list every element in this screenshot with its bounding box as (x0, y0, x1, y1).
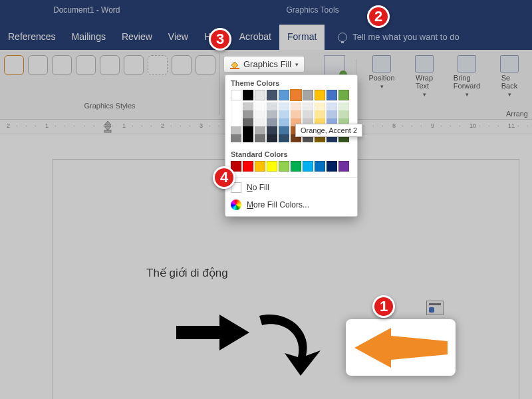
color-swatch[interactable] (338, 110, 349, 118)
graphics-styles-group: Graphics Styles (0, 50, 219, 119)
color-swatch[interactable] (338, 102, 349, 110)
color-swatch[interactable] (255, 118, 265, 126)
color-swatch[interactable] (267, 161, 277, 172)
color-swatch[interactable] (255, 134, 265, 142)
no-fill-item[interactable]: No Fill (225, 179, 357, 196)
tell-me-search[interactable]: Tell me what you want to do (338, 32, 459, 50)
color-swatch[interactable] (279, 102, 289, 110)
style-thumb[interactable] (4, 55, 24, 75)
color-swatch[interactable] (231, 134, 241, 142)
color-swatch[interactable] (267, 102, 277, 110)
tab-format[interactable]: Format (279, 25, 325, 50)
step-badge-4: 4 (213, 166, 235, 189)
color-swatch[interactable] (255, 102, 265, 110)
color-swatch[interactable] (327, 90, 337, 100)
color-swatch[interactable] (291, 110, 301, 118)
color-swatch[interactable] (255, 110, 265, 118)
layout-options-icon[interactable] (426, 301, 444, 315)
color-swatch[interactable] (303, 110, 313, 118)
ruler-tick: 2 (7, 122, 10, 129)
color-swatch[interactable] (255, 161, 265, 172)
color-swatch[interactable] (303, 161, 313, 172)
color-swatch[interactable] (267, 134, 277, 142)
color-swatch[interactable] (327, 110, 337, 118)
color-swatch[interactable] (267, 110, 277, 118)
position-label: Position (368, 74, 394, 82)
style-thumb[interactable] (148, 55, 168, 75)
ruler-tick: 1 (122, 122, 126, 129)
style-thumb[interactable] (76, 55, 96, 75)
ruler-tick: 1 (45, 122, 49, 129)
color-swatch[interactable] (255, 126, 265, 134)
style-thumb[interactable] (196, 55, 215, 75)
color-swatch[interactable] (267, 118, 277, 126)
color-swatch[interactable] (279, 134, 289, 142)
color-swatch[interactable] (303, 102, 313, 110)
color-swatch[interactable] (279, 126, 289, 134)
color-swatch[interactable] (338, 161, 349, 172)
send-backward-button[interactable]: Se Back ▾ (492, 55, 527, 118)
color-swatch[interactable] (291, 90, 301, 100)
style-thumb[interactable] (52, 55, 72, 75)
color-swatch[interactable] (315, 90, 325, 100)
color-swatch[interactable] (231, 102, 241, 110)
color-swatch[interactable] (315, 102, 325, 110)
color-swatch[interactable] (267, 126, 277, 134)
color-swatch[interactable] (291, 102, 301, 110)
color-swatch[interactable] (315, 161, 325, 172)
color-swatch[interactable] (243, 110, 253, 118)
chevron-down-icon: ▾ (423, 91, 426, 98)
tab-review[interactable]: Review (114, 25, 160, 50)
position-button[interactable]: Position ▾ (364, 55, 399, 118)
tab-mailings[interactable]: Mailings (64, 25, 114, 50)
graphics-fill-label: Graphics Fill (243, 59, 291, 69)
color-swatch[interactable] (267, 90, 277, 100)
color-swatch[interactable] (279, 90, 289, 100)
color-swatch[interactable] (243, 161, 253, 172)
more-colors-item[interactable]: More Fill Colors... (225, 196, 357, 213)
svg-marker-0 (104, 121, 111, 125)
color-swatch[interactable] (327, 161, 337, 172)
color-swatch[interactable] (231, 118, 241, 126)
color-swatch[interactable] (279, 118, 289, 126)
color-swatch[interactable] (338, 90, 349, 100)
contextual-tab-label: Graphics Tools (286, 5, 338, 15)
arrow-left-shape (354, 328, 448, 368)
selected-shape[interactable] (346, 319, 456, 376)
svg-marker-3 (354, 328, 448, 368)
color-swatch[interactable] (255, 90, 265, 100)
color-swatch[interactable] (231, 110, 241, 118)
color-swatch[interactable] (231, 126, 241, 134)
color-swatch[interactable] (243, 90, 253, 100)
color-swatch[interactable] (231, 90, 241, 100)
color-swatch[interactable] (327, 102, 337, 110)
indent-marker-icon[interactable] (103, 120, 112, 133)
color-swatch[interactable] (243, 118, 253, 126)
style-thumb[interactable] (100, 55, 120, 75)
chevron-down-icon: ▾ (466, 91, 469, 98)
graphics-fill-button[interactable]: Graphics Fill ▾ (223, 56, 305, 72)
tab-view[interactable]: View (160, 25, 196, 50)
tab-references[interactable]: References (0, 25, 64, 50)
wrap-text-button[interactable]: Wrap Text ▾ (407, 55, 442, 118)
style-thumb[interactable] (28, 55, 48, 75)
alt-text-icon (324, 55, 345, 76)
style-thumb[interactable] (172, 55, 192, 75)
color-swatch[interactable] (279, 161, 289, 172)
color-swatch[interactable] (243, 134, 253, 142)
ruler-tick: 2 (161, 122, 164, 129)
color-swatch[interactable] (291, 161, 301, 172)
color-swatch[interactable] (303, 90, 313, 100)
color-swatch[interactable] (243, 126, 253, 134)
fill-color-panel: Theme Colors Standard Colors No Fill Mor… (225, 74, 358, 217)
bring-forward-button[interactable]: Bring Forward ▾ (450, 55, 484, 118)
color-swatch[interactable] (279, 110, 289, 118)
color-swatch[interactable] (243, 102, 253, 110)
svg-rect-4 (230, 68, 239, 69)
step-badge-3: 3 (209, 28, 231, 51)
tab-acrobat[interactable]: Acrobat (231, 25, 279, 50)
bring-forward-label: Bring Forward (454, 74, 480, 90)
group-label-styles: Graphics Styles (4, 102, 215, 110)
color-swatch[interactable] (315, 110, 325, 118)
style-thumb[interactable] (124, 55, 144, 75)
